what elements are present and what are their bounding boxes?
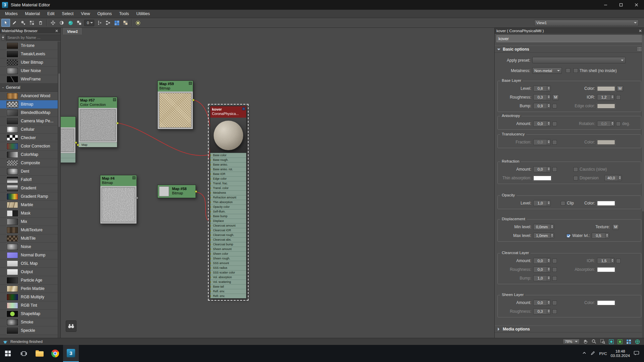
show-background-button[interactable] bbox=[75, 19, 84, 27]
node-input-slot[interactable]: Edge color bbox=[210, 176, 246, 181]
navigate-view-icon[interactable] bbox=[634, 339, 641, 345]
metalness-dropdown[interactable]: Non-metal bbox=[532, 67, 562, 74]
zoom-level-dropdown[interactable]: 78% bbox=[563, 339, 580, 344]
material-list-item[interactable]: Particle Age bbox=[0, 276, 58, 285]
node-input-slot-map[interactable]: Map bbox=[78, 142, 117, 147]
menu-item[interactable]: Tools bbox=[115, 10, 132, 18]
browser-scrollbar[interactable] bbox=[58, 42, 60, 338]
material-list-item[interactable]: Uber Bitmap bbox=[0, 58, 58, 67]
material-list-item[interactable]: MultiTexture bbox=[0, 226, 58, 234]
input-connector-dot[interactable] bbox=[77, 144, 79, 146]
material-list-item[interactable]: ShapeMap bbox=[0, 310, 58, 318]
clearcoat-roughness-spinner[interactable]: 0,0 bbox=[533, 266, 551, 273]
layout-all-button[interactable] bbox=[104, 19, 112, 27]
node-collapse-button[interactable] bbox=[189, 82, 192, 85]
pan-to-selection-button[interactable] bbox=[66, 320, 76, 332]
material-list-item[interactable]: MultiTile bbox=[0, 234, 58, 243]
rollout-media-options[interactable]: Media options bbox=[495, 325, 644, 333]
caustics-checkbox[interactable] bbox=[574, 167, 578, 172]
view1-tab[interactable]: View1 bbox=[63, 28, 82, 35]
input-connector-dot[interactable] bbox=[210, 229, 211, 232]
connection-wire[interactable] bbox=[194, 100, 211, 160]
material-list-item[interactable]: RGB Multiply bbox=[0, 293, 58, 301]
input-connector-dot[interactable] bbox=[210, 276, 211, 279]
show-end-result-button[interactable] bbox=[95, 19, 104, 27]
chrome-button[interactable] bbox=[47, 345, 63, 362]
parameter-editor-scrollbar-thumb[interactable] bbox=[642, 35, 644, 212]
node-input-slot[interactable]: Transl. frac. bbox=[210, 181, 246, 186]
dispersion-checkbox[interactable] bbox=[574, 176, 578, 180]
material-id-channel-button[interactable]: 0 bbox=[84, 20, 94, 26]
base-color-map-button[interactable]: M bbox=[617, 86, 623, 92]
node-offscreen[interactable] bbox=[61, 116, 76, 163]
browser-menu-dropdown-icon[interactable] bbox=[1, 35, 5, 41]
node-input-slot[interactable]: Base color bbox=[210, 153, 246, 158]
node-header[interactable]: kover CoronaPhysica... bbox=[210, 106, 246, 118]
zoom-region-icon[interactable] bbox=[599, 339, 606, 345]
input-connector-dot[interactable] bbox=[210, 257, 211, 260]
node-input-slot[interactable] bbox=[61, 158, 75, 163]
thin-absorption-swatch[interactable] bbox=[533, 176, 551, 181]
pen-input-icon[interactable] bbox=[590, 351, 595, 357]
rollout-basic-options[interactable]: Basic options bbox=[495, 46, 644, 53]
base-roughness-spinner[interactable]: 0,3 bbox=[533, 94, 551, 100]
start-button[interactable] bbox=[0, 345, 16, 362]
input-connector-dot[interactable] bbox=[210, 196, 211, 199]
menu-item[interactable]: Select bbox=[58, 10, 77, 18]
menu-item[interactable]: Material bbox=[21, 10, 44, 18]
material-list-item[interactable]: Smoke bbox=[0, 318, 58, 326]
material-list-item[interactable]: Composite bbox=[0, 159, 58, 167]
task-view-button[interactable] bbox=[16, 345, 32, 362]
output-connector-dot[interactable] bbox=[116, 122, 119, 124]
material-list-item[interactable]: WireFrame bbox=[0, 75, 58, 83]
delete-selected-button[interactable] bbox=[36, 19, 45, 27]
node-input-slot[interactable]: Transl. color bbox=[210, 186, 246, 190]
node-input-slot[interactable]: Base aniso. bbox=[210, 162, 246, 167]
notification-center-icon[interactable] bbox=[634, 351, 639, 357]
input-connector-dot[interactable] bbox=[210, 154, 211, 157]
zoom-extents-icon[interactable] bbox=[608, 339, 614, 345]
base-bump-spinner[interactable]: 0,9 bbox=[533, 103, 551, 109]
clearcoat-bump-map-checkbox[interactable] bbox=[552, 276, 557, 281]
node-editor-canvas[interactable]: View1 Map #57 Color Correction Map bbox=[61, 28, 494, 338]
menu-item[interactable]: Utilities bbox=[132, 10, 153, 18]
node-collapse-button[interactable] bbox=[132, 176, 136, 179]
sheen-roughness-spinner[interactable]: 0,3 bbox=[533, 308, 551, 314]
material-list-item[interactable]: Dent bbox=[0, 167, 58, 176]
taskbar-clock[interactable]: 18:48 03.03.2024 bbox=[610, 349, 630, 358]
input-connector-dot[interactable] bbox=[210, 168, 211, 171]
input-connector-dot[interactable] bbox=[210, 201, 211, 203]
material-list-item[interactable]: OSL Map bbox=[0, 259, 58, 268]
dispersion-spinner[interactable]: 40,0 bbox=[604, 175, 622, 181]
input-connector-dot[interactable] bbox=[210, 295, 211, 297]
input-connector-dot[interactable] bbox=[210, 225, 211, 227]
clearcoat-ior-spinner[interactable]: 1,5 bbox=[597, 258, 614, 264]
search-input[interactable] bbox=[6, 35, 61, 41]
file-explorer-button[interactable] bbox=[32, 345, 47, 362]
input-connector-dot[interactable] bbox=[210, 234, 211, 236]
node-header[interactable]: Map #57 Color Correction bbox=[78, 97, 117, 108]
pan-to-selected-icon[interactable] bbox=[626, 339, 632, 345]
node-input-slot[interactable]: Metalness bbox=[210, 190, 246, 195]
input-connector-dot[interactable] bbox=[210, 210, 211, 213]
input-connector-dot[interactable] bbox=[210, 286, 211, 288]
node-input-slot[interactable]: Clearcoat IOR bbox=[210, 228, 246, 233]
input-connector-dot[interactable] bbox=[210, 243, 211, 246]
sheen-roughness-map-checkbox[interactable] bbox=[552, 309, 557, 314]
output-connector-dot[interactable] bbox=[136, 197, 138, 199]
displacement-texture-map-button[interactable]: M bbox=[612, 224, 619, 230]
aniso-rotation-map-checkbox[interactable] bbox=[616, 122, 621, 126]
node-input-slot[interactable]: Clearcoat bump bbox=[210, 242, 246, 247]
material-list-item[interactable]: Perlin Marble bbox=[0, 285, 58, 293]
sheen-color-swatch[interactable] bbox=[597, 300, 615, 305]
node-input-slot[interactable]: Clearcoat rough. bbox=[210, 233, 246, 237]
language-indicator[interactable]: РУС bbox=[599, 352, 607, 356]
node-map57-color-correction[interactable]: Map #57 Color Correction Map bbox=[78, 97, 117, 147]
3dsmax-taskbar-button[interactable]: 3 bbox=[63, 345, 79, 362]
material-list-item[interactable]: Cellular bbox=[0, 125, 58, 134]
node-input-slot[interactable]: Displace bbox=[210, 219, 246, 223]
transl-color-swatch[interactable] bbox=[597, 140, 615, 145]
material-list-item[interactable]: Advanced Wood bbox=[0, 92, 58, 100]
refraction-amount-spinner[interactable]: 0,0 bbox=[533, 166, 551, 172]
output-connector-dot[interactable] bbox=[195, 190, 197, 193]
